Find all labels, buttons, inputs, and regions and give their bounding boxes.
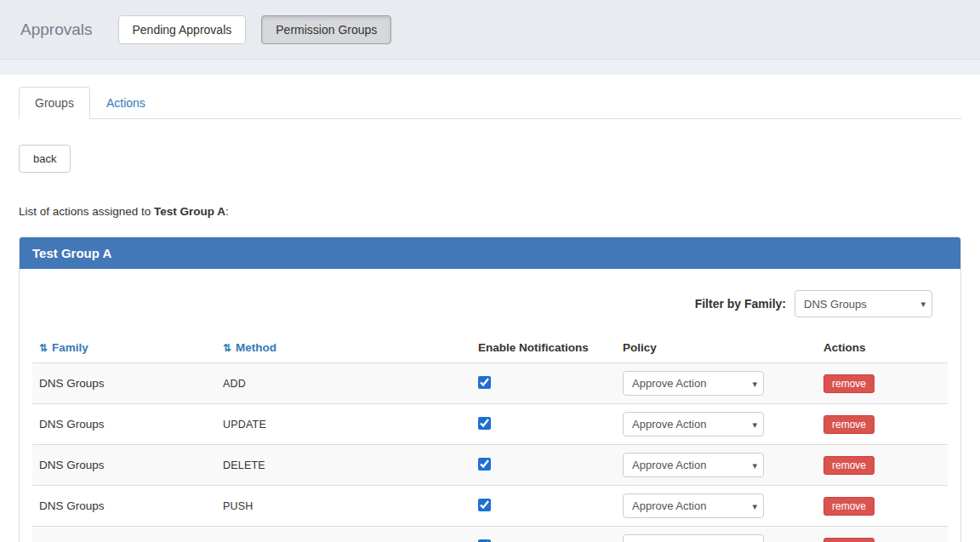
method-cell: BULKMOVEZONES <box>216 527 471 542</box>
enable-notifications-checkbox[interactable] <box>478 458 491 471</box>
family-cell: DNS Groups <box>32 363 216 404</box>
tab-bar: Groups Actions <box>19 87 961 119</box>
column-header-enable-notifications: Enable Notifications <box>471 333 616 363</box>
family-filter-dropdown[interactable]: DNS Groups <box>795 290 932 317</box>
sort-icon[interactable]: ⇅ <box>223 342 231 354</box>
back-button[interactable]: back <box>19 145 71 173</box>
remove-button[interactable]: remove <box>823 538 875 542</box>
column-header-policy: Policy <box>616 333 817 363</box>
description-group-name: Test Group A <box>154 205 225 218</box>
method-cell: DELETE <box>216 445 471 486</box>
tab-groups[interactable]: Groups <box>19 87 90 119</box>
policy-dropdown[interactable]: Approve Action <box>623 494 764 518</box>
description-prefix: List of actions assigned to <box>19 205 154 218</box>
top-header-bar: Approvals Pending Approvals Permission G… <box>0 0 980 60</box>
enable-notifications-checkbox[interactable] <box>478 417 491 430</box>
pending-approvals-button[interactable]: Pending Approvals <box>118 15 247 44</box>
page-title: Approvals <box>20 20 93 39</box>
policy-dropdown-wrap: Approve Action <box>623 371 764 396</box>
remove-button[interactable]: remove <box>823 456 875 475</box>
table-row: DNS Groups UPDATE Approve Action remove <box>32 404 948 445</box>
column-header-family[interactable]: ⇅Family <box>32 333 216 363</box>
policy-dropdown[interactable]: Approve Action <box>623 371 764 396</box>
sort-icon[interactable]: ⇅ <box>39 342 48 354</box>
policy-dropdown-wrap: Approve Action <box>623 494 764 518</box>
method-cell: UPDATE <box>216 404 471 445</box>
policy-dropdown-wrap: Approve Action <box>623 534 764 542</box>
description-suffix: : <box>225 205 229 218</box>
remove-button[interactable]: remove <box>823 497 875 516</box>
permission-groups-button[interactable]: Permission Groups <box>261 15 391 44</box>
method-cell: PUSH <box>216 486 471 527</box>
actions-table: ⇅Family ⇅Method Enable Notifications Pol… <box>32 333 948 542</box>
table-row: DNS Groups ADD Approve Action remove <box>32 363 948 404</box>
remove-button[interactable]: remove <box>823 415 875 434</box>
table-row: DNS Groups BULKMOVEZONES Approve Action … <box>32 527 948 542</box>
family-cell: DNS Groups <box>32 404 216 445</box>
family-filter-dropdown-wrap: DNS Groups <box>795 290 932 317</box>
family-cell: DNS Groups <box>32 486 216 527</box>
group-panel: Test Group A Filter by Family: DNS Group… <box>19 237 961 542</box>
column-header-actions: Actions <box>817 333 948 363</box>
table-row: DNS Groups PUSH Approve Action remove <box>32 486 948 527</box>
family-cell: DNS Groups <box>32 527 216 542</box>
filter-by-family-label: Filter by Family: <box>695 297 786 311</box>
method-cell: ADD <box>216 363 471 404</box>
assigned-actions-description: List of actions assigned to Test Group A… <box>19 205 961 218</box>
enable-notifications-checkbox[interactable] <box>478 376 491 389</box>
panel-body: Filter by Family: DNS Groups ⇅Family ⇅Me… <box>20 269 960 542</box>
remove-button[interactable]: remove <box>823 374 875 393</box>
filter-row: Filter by Family: DNS Groups <box>32 282 948 333</box>
policy-dropdown[interactable]: Approve Action <box>623 412 764 436</box>
panel-title: Test Group A <box>20 237 960 269</box>
policy-dropdown[interactable]: Approve Action <box>623 453 764 477</box>
family-cell: DNS Groups <box>32 445 216 486</box>
column-header-method[interactable]: ⇅Method <box>216 333 471 363</box>
policy-dropdown-wrap: Approve Action <box>623 412 764 436</box>
tab-actions[interactable]: Actions <box>90 87 162 119</box>
table-header-row: ⇅Family ⇅Method Enable Notifications Pol… <box>32 333 948 363</box>
table-row: DNS Groups DELETE Approve Action remove <box>32 445 948 486</box>
main-content: Groups Actions back List of actions assi… <box>0 75 980 542</box>
enable-notifications-checkbox[interactable] <box>478 539 491 542</box>
enable-notifications-checkbox[interactable] <box>478 499 491 511</box>
policy-dropdown-wrap: Approve Action <box>623 453 764 477</box>
policy-dropdown[interactable]: Approve Action <box>623 534 764 542</box>
